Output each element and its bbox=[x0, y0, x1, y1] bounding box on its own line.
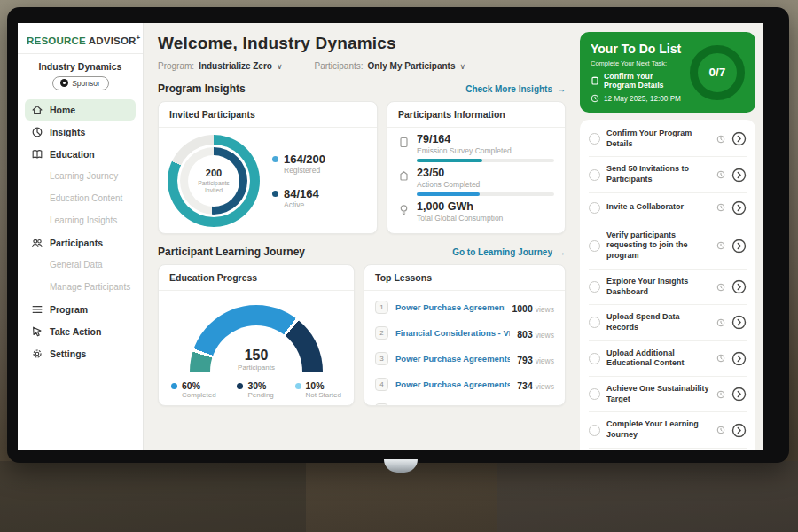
gear-icon bbox=[31, 348, 43, 360]
sidebar-item-learning-insights[interactable]: Learning Insights bbox=[25, 210, 136, 231]
actions-icon bbox=[398, 169, 410, 181]
sidebar-item-participants[interactable]: Participants bbox=[25, 232, 136, 254]
chevron-right-button[interactable] bbox=[732, 200, 747, 215]
checkbox[interactable] bbox=[589, 317, 600, 328]
sidebar-item-take-action[interactable]: Take Action bbox=[25, 321, 136, 342]
legend-item-completed: 60% Completed bbox=[171, 380, 216, 399]
journey-cards-row: Education Progress 150 Participants bbox=[158, 264, 566, 406]
donut-center-label: Participants Invited bbox=[188, 180, 239, 195]
lesson-link[interactable]: Power Purchase Agreements 103 bbox=[395, 405, 510, 406]
chevron-down-icon: ∨ bbox=[277, 62, 283, 71]
take-action-icon bbox=[31, 325, 43, 338]
todo-item-confirm-program[interactable]: Confirm Your Program Details bbox=[589, 121, 747, 157]
sidebar-item-education[interactable]: Education bbox=[25, 144, 136, 165]
lesson-link[interactable]: Power Purchase Agreements 102 bbox=[395, 379, 510, 389]
chevron-right-button[interactable] bbox=[732, 131, 747, 146]
todo-item-invite-collaborator[interactable]: Invite a Collaborator bbox=[589, 193, 747, 223]
chevron-right-button[interactable] bbox=[732, 423, 747, 438]
arrow-right-icon: → bbox=[557, 84, 566, 94]
filter-bar: Program: Industrialize Zero ∨ Participan… bbox=[158, 61, 566, 71]
sponsor-badge: Sponsor bbox=[52, 76, 109, 90]
consumption-row: 1,000 GWh Total Global Consumption bbox=[398, 200, 554, 223]
participants-information-card: Participants Information 79/164 Emission… bbox=[387, 101, 566, 234]
monitor-power-button bbox=[384, 459, 418, 473]
todo-progress-ring: 0/7 bbox=[690, 45, 745, 100]
lesson-rank: 2 bbox=[375, 326, 388, 340]
card-title: Invited Participants bbox=[159, 102, 377, 128]
checkbox[interactable] bbox=[589, 281, 600, 293]
main-content: Welcome, Industry Dynamics Program: Indu… bbox=[144, 23, 575, 450]
todo-item-send-invitations[interactable]: Send 50 Invitations to Participants bbox=[589, 157, 747, 192]
checkbox[interactable] bbox=[589, 353, 600, 364]
clock-icon bbox=[716, 170, 725, 179]
program-select[interactable]: Program: Industrialize Zero ∨ bbox=[158, 61, 283, 71]
checkbox[interactable] bbox=[589, 388, 600, 400]
donut-legend: 164/200 Registered 84/164 Active bbox=[272, 153, 325, 209]
sidebar-item-education-content[interactable]: Education Content bbox=[25, 188, 136, 209]
todo-subtitle: Complete Your Next Task: bbox=[591, 59, 685, 67]
invited-participants-card: Invited Participants 200 Participants In… bbox=[158, 101, 378, 234]
chevron-right-button[interactable] bbox=[732, 239, 747, 254]
sidebar-item-settings[interactable]: Settings bbox=[25, 343, 136, 364]
active-dot-icon bbox=[272, 191, 278, 197]
todo-panel: Your To Do List Complete Your Next Task:… bbox=[575, 23, 763, 450]
todo-datetime: 12 May 2025, 12:00 PM bbox=[604, 95, 681, 103]
checkbox[interactable] bbox=[589, 133, 600, 145]
chevron-right-button[interactable] bbox=[732, 351, 747, 366]
sponsor-icon bbox=[60, 79, 68, 87]
checkbox[interactable] bbox=[589, 169, 600, 181]
participants-select[interactable]: Participants: Only My Participants ∨ bbox=[315, 61, 466, 71]
program-insights-header: Program Insights Check More Insights → bbox=[158, 82, 566, 95]
gauge-center: 150 Participants bbox=[190, 348, 323, 372]
sidebar-item-label: Settings bbox=[50, 348, 86, 359]
lesson-link[interactable]: Power Purchase Agreements 101 bbox=[395, 354, 510, 364]
check-more-insights-link[interactable]: Check More Insights → bbox=[466, 84, 566, 94]
participants-select-value: Only My Participants bbox=[368, 61, 456, 71]
todo-item-complete-learning-journey[interactable]: Complete Your Learning Journey bbox=[589, 412, 747, 448]
chevron-right-button[interactable] bbox=[732, 387, 747, 402]
sidebar-item-label: Participants bbox=[50, 238, 103, 248]
participants-select-label: Participants: bbox=[315, 61, 364, 71]
go-to-learning-journey-link[interactable]: Go to Learning Journey → bbox=[452, 247, 566, 257]
legend-item-registered: 164/200 Registered bbox=[272, 153, 325, 175]
sidebar-item-label: Take Action bbox=[50, 326, 101, 337]
sidebar: RESOURCE ADVISOR+ Industry Dynamics Spon… bbox=[18, 23, 144, 450]
todo-item-verify-participants[interactable]: Verify participants requesting to join t… bbox=[589, 223, 747, 270]
todo-item-achieve-target[interactable]: Achieve One Sustainability Target bbox=[589, 377, 747, 412]
chevron-right-button[interactable] bbox=[732, 315, 747, 330]
not-started-dot-icon bbox=[295, 383, 301, 389]
sidebar-item-general-data[interactable]: General Data bbox=[25, 254, 136, 276]
todo-next-task: Confirm Your Program Details bbox=[604, 72, 685, 90]
actions-completed-row: 23/50 Actions Completed bbox=[398, 167, 554, 196]
chevron-right-button[interactable] bbox=[732, 279, 747, 294]
todo-item-upload-educational-content[interactable]: Upload Additional Educational Content bbox=[589, 341, 747, 377]
logo-text-resource: RESOURCE bbox=[27, 35, 86, 46]
todo-item-upload-spend-data[interactable]: Upload Spend Data Records bbox=[589, 305, 747, 340]
checkbox[interactable] bbox=[589, 202, 600, 214]
chevron-right-button[interactable] bbox=[732, 168, 747, 183]
todo-item-explore-insights[interactable]: Explore Your Insights Dashboard bbox=[589, 270, 747, 305]
emission-survey-progress-bar bbox=[417, 159, 554, 162]
todo-title: Your To Do List bbox=[591, 42, 685, 56]
clock-icon bbox=[716, 426, 725, 434]
lesson-link[interactable]: Power Purchase Agreements 101 bbox=[395, 302, 505, 312]
lesson-link[interactable]: Financial Considerations - VPPAs bbox=[395, 328, 510, 338]
sidebar-item-learning-journey[interactable]: Learning Journey bbox=[25, 166, 136, 187]
clipboard-icon bbox=[591, 76, 599, 85]
sidebar-item-home[interactable]: Home bbox=[25, 99, 136, 121]
education-progress-card: Education Progress 150 Participants bbox=[158, 264, 355, 406]
invited-participants-donut-chart: 200 Participants Invited bbox=[168, 135, 260, 227]
collapse-tasks-link[interactable]: Collapse Tasks ∧ bbox=[589, 449, 747, 450]
sidebar-item-insights[interactable]: Insights bbox=[25, 121, 136, 143]
sidebar-item-label: Home bbox=[50, 105, 75, 115]
sponsor-badge-label: Sponsor bbox=[72, 79, 100, 88]
sidebar-item-manage-participants[interactable]: Manage Participants bbox=[25, 277, 136, 298]
section-title-learning-journey: Participant Learning Journey bbox=[158, 246, 305, 258]
page-title: Welcome, Industry Dynamics bbox=[158, 34, 566, 53]
legend-item-pending: 30% Pending bbox=[237, 380, 273, 399]
donut-center-value: 200 bbox=[188, 168, 239, 178]
lesson-rank: 5 bbox=[375, 403, 388, 406]
checkbox[interactable] bbox=[589, 240, 600, 252]
sidebar-item-program[interactable]: Program bbox=[25, 299, 136, 320]
checkbox[interactable] bbox=[589, 425, 600, 436]
